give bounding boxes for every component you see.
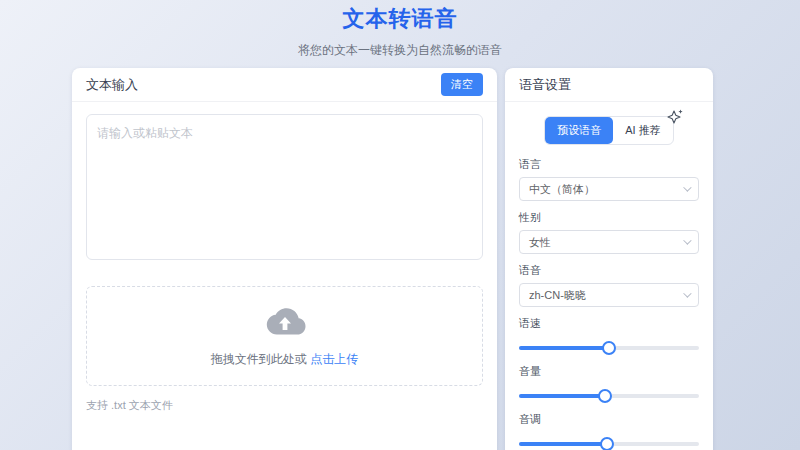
gender-value: 女性 xyxy=(529,235,551,250)
text-input-card-title: 文本输入 xyxy=(86,76,138,94)
text-input-card-header: 文本输入 清空 xyxy=(72,68,497,102)
file-upload-dropzone[interactable]: 拖拽文件到此处或 点击上传 xyxy=(86,286,483,386)
chevron-down-icon xyxy=(683,289,691,297)
pitch-slider-fill xyxy=(519,442,607,446)
voice-settings-card-body: 预设语音 AI 推荐 语言 中文（简体） 性别 女性 语音 xyxy=(505,102,713,450)
page-title: 文本转语音 xyxy=(0,4,800,34)
voice-select[interactable]: zh-CN-晓晓 xyxy=(519,283,699,307)
tab-preset-voice[interactable]: 预设语音 xyxy=(545,117,613,144)
volume-slider[interactable] xyxy=(519,389,699,403)
sparkle-icon xyxy=(665,107,685,127)
clear-button[interactable]: 清空 xyxy=(441,73,483,96)
supported-files-note: 支持 .txt 文本文件 xyxy=(86,398,483,413)
volume-label: 音量 xyxy=(519,364,699,379)
rate-label: 语速 xyxy=(519,316,699,331)
gender-label: 性别 xyxy=(519,210,699,225)
page-header: 文本转语音 将您的文本一键转换为自然流畅的语音 xyxy=(0,0,800,59)
volume-slider-fill xyxy=(519,394,605,398)
language-select[interactable]: 中文（简体） xyxy=(519,177,699,201)
voice-mode-tabs: 预设语音 AI 推荐 xyxy=(519,116,699,145)
rate-slider-thumb[interactable] xyxy=(602,341,616,355)
text-input-card: 文本输入 清空 拖拽文件到此处或 点击上传 支持 .txt 文本文件 xyxy=(72,68,497,450)
pitch-slider[interactable] xyxy=(519,437,699,450)
voice-value: zh-CN-晓晓 xyxy=(529,288,586,303)
pitch-slider-thumb[interactable] xyxy=(600,437,614,450)
chevron-down-icon xyxy=(683,236,691,244)
text-input-textarea[interactable] xyxy=(86,114,483,260)
gender-select[interactable]: 女性 xyxy=(519,230,699,254)
language-value: 中文（简体） xyxy=(529,182,595,197)
upload-instruction: 拖拽文件到此处或 点击上传 xyxy=(211,351,358,368)
voice-mode-tab-wrap: 预设语音 AI 推荐 xyxy=(544,116,673,145)
upload-drag-text: 拖拽文件到此处或 xyxy=(211,352,307,366)
cloud-upload-icon xyxy=(263,305,307,341)
volume-slider-thumb[interactable] xyxy=(598,389,612,403)
rate-slider-fill xyxy=(519,346,609,350)
text-input-card-body: 拖拽文件到此处或 点击上传 支持 .txt 文本文件 xyxy=(72,102,497,425)
language-label: 语言 xyxy=(519,157,699,172)
page-subtitle: 将您的文本一键转换为自然流畅的语音 xyxy=(0,42,800,59)
voice-label: 语音 xyxy=(519,263,699,278)
voice-settings-card-title: 语音设置 xyxy=(519,76,571,94)
chevron-down-icon xyxy=(683,183,691,191)
rate-slider[interactable] xyxy=(519,341,699,355)
pitch-label: 音调 xyxy=(519,412,699,427)
voice-settings-card: 语音设置 预设语音 AI 推荐 语言 中文（简体） 性别 女性 xyxy=(505,68,713,450)
voice-settings-card-header: 语音设置 xyxy=(505,68,713,102)
upload-click-link[interactable]: 点击上传 xyxy=(310,352,358,366)
